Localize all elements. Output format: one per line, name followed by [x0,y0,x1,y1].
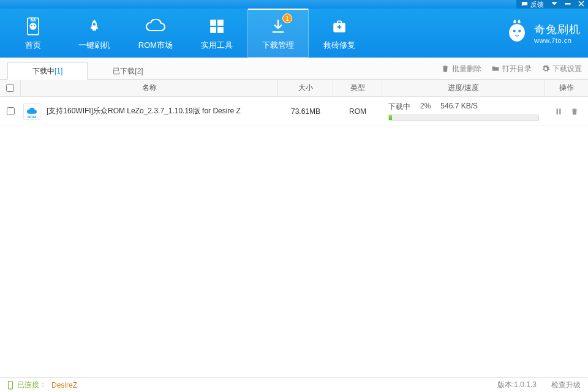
svg-point-3 [31,25,32,26]
nav-tools[interactable]: 实用工具 [186,9,247,58]
svg-rect-7 [217,20,224,26]
feedback-label: 反馈 [530,0,544,9]
medkit-icon [331,17,348,36]
download-badge: 1 [282,13,292,23]
connected-label: 已连接： [17,380,47,390]
window-controls: 反馈 [516,0,588,9]
svg-point-5 [93,23,96,26]
folder-icon [491,64,500,73]
nav-label: 实用工具 [201,40,233,51]
statusbar: 已连接： DesireZ 版本:1.0.1.3 检查升级 [0,377,588,392]
connection-status: 已连接： [7,380,47,390]
row-type: ROM [333,107,382,116]
nav-label: 一键刷机 [78,40,110,51]
trash-icon [441,64,450,73]
col-size: 大小 [278,80,333,96]
rom-file-icon: ROM [23,103,40,120]
nav: 首页 一键刷机 ROM市场 实用工具 1 下载管理 救砖修复 [2,9,370,58]
nav-label: ROM市场 [138,40,173,51]
brand-url: www.7to.cn [534,37,571,44]
grid-icon [209,17,225,36]
trash-icon[interactable] [570,107,579,116]
tab-label: 已下载 [113,66,135,77]
close-button[interactable] [578,1,584,8]
brand: 奇兔刷机 www.7to.cn [506,20,581,47]
svg-rect-8 [210,27,216,33]
nav-label: 下载管理 [262,40,294,51]
feedback-icon [521,1,528,8]
header: 首页 一键刷机 ROM市场 实用工具 1 下载管理 救砖修复 奇兔刷机 www.… [0,9,588,58]
open-dir-button[interactable]: 打开目录 [491,64,532,74]
tab-count: [1] [55,67,62,75]
batch-delete-button[interactable]: 批量删除 [441,64,481,74]
device-name: DesireZ [51,381,77,390]
svg-rect-0 [565,4,570,5]
tab-downloaded[interactable]: 已下载[2] [88,62,168,80]
feedback-button[interactable]: 反馈 [521,0,544,9]
nav-market[interactable]: ROM市场 [125,9,186,58]
subbar-actions: 批量删除 打开目录 下载设置 [441,58,582,80]
minimize-button[interactable] [565,1,571,8]
svg-point-4 [34,25,35,26]
row-speed: 546.7 KB/S [440,102,478,112]
select-all-checkbox[interactable] [6,84,14,92]
nav-download[interactable]: 1 下载管理 [247,9,309,58]
col-progress: 进度/速度 [382,80,545,96]
tab-label: 下载中 [32,66,55,77]
subbar: 下载中[1] 已下载[2] 批量删除 打开目录 下载设置 [0,58,588,80]
progress-bar [388,115,539,121]
row-size: 73.61MB [278,107,333,116]
svg-rect-15 [557,108,558,114]
gear-icon [541,64,550,73]
row-checkbox[interactable] [7,107,15,115]
nav-label: 救砖修复 [323,40,355,51]
table-body: ROM [支持160WIFI]乐众ROM LeZo_2.3.7_1.10.19版… [0,97,588,377]
nav-home[interactable]: 首页 [2,9,64,58]
titlebar: 反馈 [0,0,588,9]
table-header: 名称 大小 类型 进度/速度 操作 [0,80,588,97]
col-type: 类型 [333,80,382,96]
svg-point-2 [29,23,36,29]
cloud-icon [145,17,166,36]
table-row: ROM [支持160WIFI]乐众ROM LeZo_2.3.7_1.10.19版… [0,97,588,126]
row-name: [支持160WIFI]乐众ROM LeZo_2.3.7_1.10.19版 for… [47,106,241,116]
action-label: 批量删除 [452,64,481,74]
col-name: 名称 [21,80,278,96]
nav-rescue[interactable]: 救砖修复 [309,9,370,58]
brand-name: 奇兔刷机 [534,22,581,37]
svg-rect-6 [210,20,216,26]
tab-downloading[interactable]: 下载中[1] [7,62,88,80]
progress-info: 下载中 2% 546.7 KB/S [388,102,539,112]
svg-rect-9 [217,27,224,33]
action-label: 打开目录 [502,64,532,74]
rocket-icon [86,17,102,36]
pause-icon[interactable] [554,107,563,116]
nav-flash[interactable]: 一键刷机 [64,9,125,58]
svg-point-13 [513,29,516,32]
row-status: 下载中 [388,102,410,112]
version: 版本:1.0.1.3 [497,380,537,390]
rabbit-head-icon [24,17,42,36]
action-label: 下载设置 [552,64,582,74]
svg-point-12 [509,24,525,42]
progress-fill [389,115,392,120]
svg-point-14 [518,29,521,32]
row-percent: 2% [420,102,431,112]
svg-rect-11 [337,21,342,23]
col-op: 操作 [545,80,588,96]
tab-count: [2] [135,67,143,75]
nav-label: 首页 [25,40,41,51]
svg-rect-16 [559,108,560,114]
brand-logo-icon [506,20,528,47]
download-settings-button[interactable]: 下载设置 [541,64,582,74]
dropdown-button[interactable] [551,1,557,8]
phone-icon [7,381,13,390]
svg-point-18 [10,387,10,388]
check-update-button[interactable]: 检查升级 [551,380,581,390]
